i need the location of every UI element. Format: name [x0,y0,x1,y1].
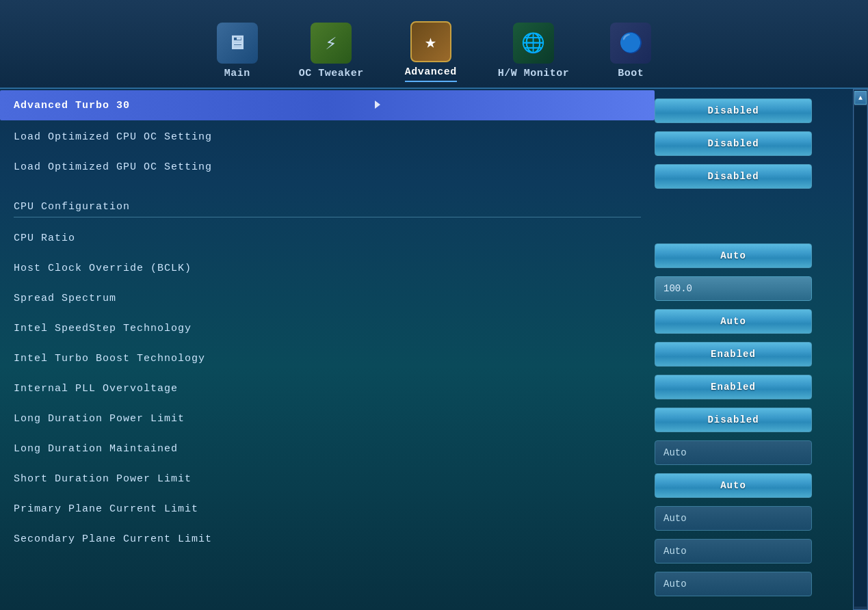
nav-icon-main: 🖥 [217,23,258,64]
setting-label-speedstep: Intel SpeedStep Technology [14,316,641,341]
value-btn-turbo-boost[interactable]: Enabled [655,375,812,399]
setting-label-internal-pll: Internal PLL Overvoltage [14,376,641,401]
nav-label-main: Main [224,68,250,79]
setting-label-primary-plane: Primary Plane Current Limit [14,496,641,522]
nav-item-boot[interactable]: 🔵 Boot [610,23,651,82]
value-btn-long-duration-maint[interactable]: Auto [655,473,812,498]
value-row-spread-spectrum[interactable]: Auto [655,306,846,336]
value-row-cpu-ratio[interactable]: Auto [655,241,846,271]
setting-label-cpu-ratio: CPU Ratio [14,226,641,251]
value-plain-primary-plane[interactable]: Auto [655,539,812,563]
setting-row-long-duration-maint[interactable]: Long Duration Maintained [14,434,641,464]
value-input-host-clock[interactable]: 100.0 [655,276,812,301]
setting-row-internal-pll[interactable]: Internal PLL Overvoltage [14,373,641,403]
settings-list: Advanced Turbo 30 Load Optimized CPU OC … [0,89,655,610]
setting-row-primary-plane[interactable]: Primary Plane Current Limit [14,494,641,524]
nav-icon-boot: 🔵 [610,23,651,64]
setting-row-cpu-ratio[interactable]: CPU Ratio [14,223,641,253]
nav-item-main[interactable]: 🖥 Main [217,23,258,82]
setting-label-turbo-boost: Intel Turbo Boost Technology [14,346,641,371]
nav-item-advanced[interactable]: ★ Advanced [405,21,457,82]
nav-label-hw: H/W Monitor [498,68,570,79]
nav-icon-hw: 🌐 [513,23,554,64]
setting-label-spread-spectrum: Spread Spectrum [14,286,641,311]
value-row-long-duration-power[interactable]: Auto [655,438,846,468]
main-content: Advanced Turbo 30 Load Optimized CPU OC … [0,89,868,610]
right-values-panel: Disabled Disabled Disabled Auto 100.0 Au… [655,89,853,610]
setting-row-long-duration-power[interactable]: Long Duration Power Limit [14,403,641,434]
value-btn-spread-spectrum[interactable]: Auto [655,309,812,334]
setting-row-short-duration-power[interactable]: Short Duration Power Limit [14,464,641,494]
value-row-load-opt-cpu[interactable]: Disabled [655,129,846,159]
value-btn-speedstep[interactable]: Enabled [655,342,812,367]
setting-row-host-clock[interactable]: Host Clock Override (BCLK) [14,253,641,283]
nav-label-boot: Boot [618,68,644,79]
value-btn-load-opt-gpu[interactable]: Disabled [655,164,812,189]
value-row-speedstep[interactable]: Enabled [655,339,846,369]
value-row-host-clock[interactable]: 100.0 [655,274,846,304]
nav-item-oc-tweaker[interactable]: ⚡ OC Tweaker [299,23,364,82]
setting-label-load-opt-cpu: Load Optimized CPU OC Setting [14,124,641,150]
section-divider-cpu [14,217,641,217]
setting-label-long-duration-maint: Long Duration Maintained [14,436,641,462]
value-row-secondary-plane[interactable]: Auto [655,569,846,599]
value-row-long-duration-maint[interactable]: Auto [655,470,846,501]
value-btn-cpu-ratio[interactable]: Auto [655,243,812,268]
value-row-load-opt-gpu[interactable]: Disabled [655,161,846,191]
nav-icon-advanced: ★ [410,21,451,62]
value-row-advanced-turbo-30[interactable]: Disabled [655,96,846,126]
setting-row-load-opt-cpu[interactable]: Load Optimized CPU OC Setting [14,122,641,152]
value-row-primary-plane[interactable]: Auto [655,536,846,566]
setting-label-load-opt-gpu: Load Optimized GPU OC Setting [14,155,641,180]
value-plain-long-duration-power[interactable]: Auto [655,440,812,465]
nav-item-hw-monitor[interactable]: 🌐 H/W Monitor [498,23,570,82]
value-btn-internal-pll[interactable]: Disabled [655,408,812,432]
setting-row-load-opt-gpu[interactable]: Load Optimized GPU OC Setting [14,152,641,182]
value-btn-advanced-turbo-30[interactable]: Disabled [655,98,812,123]
value-btn-load-opt-cpu[interactable]: Disabled [655,131,812,156]
setting-row-speedstep[interactable]: Intel SpeedStep Technology [14,313,641,343]
value-row-internal-pll[interactable]: Disabled [655,405,846,435]
scrollbar-track[interactable] [854,106,867,607]
value-plain-short-duration-power[interactable]: Auto [655,506,812,531]
setting-row-spread-spectrum[interactable]: Spread Spectrum [14,283,641,313]
setting-row-turbo-boost[interactable]: Intel Turbo Boost Technology [14,343,641,373]
setting-row-secondary-plane[interactable]: Secondary Plane Current Limit [14,524,641,554]
section-spacer-cpu [655,193,846,239]
nav-icon-oc: ⚡ [311,23,352,64]
value-plain-secondary-plane[interactable]: Auto [655,572,812,596]
value-row-turbo-boost[interactable]: Enabled [655,372,846,402]
section-header-cpu: CPU Configuration [14,193,641,215]
setting-label-long-duration-power: Long Duration Power Limit [14,406,641,432]
nav-label-advanced: Advanced [405,66,457,78]
nav-label-oc: OC Tweaker [299,68,364,79]
value-row-short-duration-power[interactable]: Auto [655,503,846,533]
setting-row-advanced-turbo-30[interactable]: Advanced Turbo 30 [0,90,655,120]
setting-label-short-duration-power: Short Duration Power Limit [14,466,641,492]
setting-label-secondary-plane: Secondary Plane Current Limit [14,527,641,552]
setting-label-host-clock: Host Clock Override (BCLK) [14,256,641,281]
scrollbar[interactable]: ▲ [853,89,868,610]
setting-label-advanced-turbo-30: Advanced Turbo 30 [14,93,641,118]
top-navigation: 🖥 Main ⚡ OC Tweaker ★ Advanced 🌐 H/W Mon… [0,0,868,89]
scrollbar-up-button[interactable]: ▲ [854,91,867,105]
